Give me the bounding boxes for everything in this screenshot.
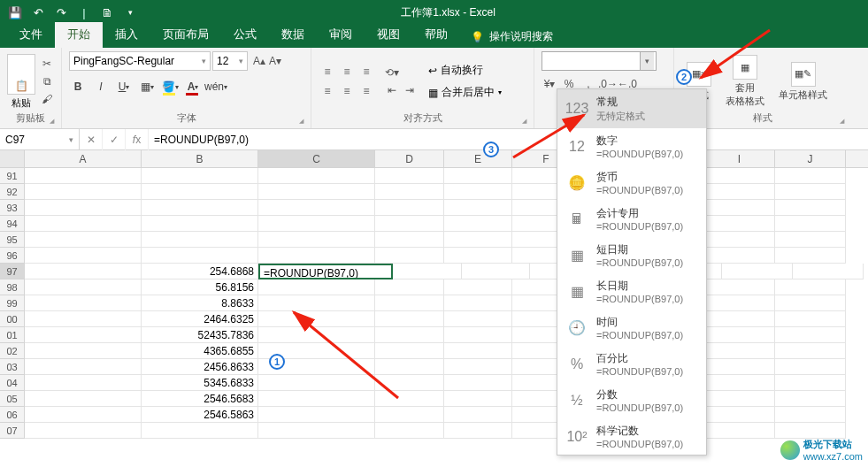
cell-E91[interactable]	[444, 168, 512, 184]
align-left-icon[interactable]: ≡	[319, 82, 336, 100]
cell-C97[interactable]: =ROUNDUP(B97,0)	[258, 264, 393, 279]
cell-I96[interactable]	[704, 248, 775, 264]
cell-I91[interactable]	[704, 168, 775, 184]
cell-I01[interactable]	[704, 327, 775, 343]
row-header[interactable]: 01	[0, 327, 25, 343]
col-header-I[interactable]: I	[704, 150, 775, 167]
tab-layout[interactable]: 页面布局	[150, 22, 221, 48]
cell-E06[interactable]	[444, 407, 512, 423]
redo-icon[interactable]: ↷	[51, 3, 71, 22]
cell-B92[interactable]	[142, 184, 258, 200]
cell-J98[interactable]	[775, 279, 846, 295]
cell-C04[interactable]	[258, 375, 375, 391]
cell-B96[interactable]	[142, 248, 258, 264]
cell-J96[interactable]	[775, 248, 846, 264]
cell-J03[interactable]	[775, 359, 846, 375]
cell-D97[interactable]	[393, 264, 462, 279]
cell-C91[interactable]	[258, 168, 375, 184]
paste-button[interactable]: 📋	[7, 54, 35, 95]
cell-D02[interactable]	[375, 343, 444, 359]
font-name-select[interactable]: PingFangSC-Regular▾	[69, 51, 211, 71]
cell-C95[interactable]	[258, 232, 375, 248]
col-header-A[interactable]: A	[25, 150, 142, 167]
col-header-D[interactable]: D	[375, 150, 444, 167]
cut-icon[interactable]: ✂	[39, 56, 55, 72]
cell-E93[interactable]	[444, 200, 512, 216]
row-header[interactable]: 95	[0, 232, 25, 248]
cancel-formula-icon[interactable]: ✕	[80, 129, 103, 150]
row-header[interactable]: 96	[0, 248, 25, 264]
row-header[interactable]: 00	[0, 311, 25, 327]
format-option-3[interactable]: 🖩会计专用=ROUNDUP(B97,0)	[557, 201, 706, 237]
tab-formulas[interactable]: 公式	[221, 22, 269, 48]
spreadsheet-grid[interactable]: ABCDEFGHIJ 91929394959697254.6868=ROUNDU…	[0, 150, 868, 467]
cell-J94[interactable]	[775, 216, 846, 232]
cell-E94[interactable]	[444, 216, 512, 232]
undo-icon[interactable]: ↶	[28, 3, 48, 22]
tab-file[interactable]: 文件	[7, 22, 55, 48]
align-right-icon[interactable]: ≡	[357, 82, 375, 100]
cell-E01[interactable]	[444, 327, 512, 343]
format-option-4[interactable]: ▦短日期=ROUNDUP(B97,0)	[557, 237, 706, 273]
cell-B95[interactable]	[142, 232, 258, 248]
cell-E95[interactable]	[444, 232, 512, 248]
cell-C06[interactable]	[258, 407, 375, 423]
row-header[interactable]: 93	[0, 200, 25, 216]
cell-I97[interactable]	[722, 264, 793, 279]
merge-center-button[interactable]: ▦合并后居中▾	[428, 85, 502, 100]
cell-E05[interactable]	[444, 391, 512, 407]
cell-B03[interactable]: 2456.8633	[142, 359, 258, 375]
cell-A93[interactable]	[25, 200, 142, 216]
cell-J06[interactable]	[775, 407, 846, 423]
cell-B01[interactable]: 52435.7836	[142, 327, 258, 343]
cell-E99[interactable]	[444, 295, 512, 311]
format-option-6[interactable]: 🕘时间=ROUNDUP(B97,0)	[557, 310, 706, 346]
cell-D99[interactable]	[375, 295, 444, 311]
fx-icon[interactable]: fx	[126, 129, 149, 150]
cell-E03[interactable]	[444, 359, 512, 375]
cell-A92[interactable]	[25, 184, 142, 200]
cell-B94[interactable]	[142, 216, 258, 232]
cell-B98[interactable]: 56.8156	[142, 279, 258, 295]
cell-I92[interactable]	[704, 184, 775, 200]
phonetic-button[interactable]: wén▾	[207, 78, 225, 96]
cell-B00[interactable]: 2464.6325	[142, 311, 258, 327]
fill-color-button[interactable]: 🪣▾	[161, 78, 179, 96]
cell-A06[interactable]	[25, 407, 142, 423]
format-option-5[interactable]: ▦长日期=ROUNDUP(B97,0)	[557, 273, 706, 310]
cell-D96[interactable]	[375, 248, 444, 264]
row-header[interactable]: 97	[0, 264, 25, 279]
row-header[interactable]: 04	[0, 375, 25, 391]
cell-C92[interactable]	[258, 184, 375, 200]
format-option-1[interactable]: 12数字=ROUNDUP(B97,0)	[557, 128, 706, 165]
cell-I99[interactable]	[704, 295, 775, 311]
font-color-button[interactable]: A▾	[184, 78, 202, 96]
cell-C07[interactable]	[258, 423, 375, 439]
format-option-7[interactable]: %百分比=ROUNDUP(B97,0)	[557, 346, 706, 382]
cell-A97[interactable]	[25, 264, 142, 279]
format-option-8[interactable]: ½分数=ROUNDUP(B97,0)	[557, 382, 706, 418]
table-format-button[interactable]: ▦套用 表格格式	[720, 53, 770, 110]
number-format-dropdown-icon[interactable]: ▾	[640, 52, 654, 70]
row-header[interactable]: 05	[0, 391, 25, 407]
align-center-icon[interactable]: ≡	[338, 82, 356, 100]
cell-J07[interactable]	[775, 423, 846, 439]
cell-B93[interactable]	[142, 200, 258, 216]
cell-A01[interactable]	[25, 327, 142, 343]
decrease-font-icon[interactable]: A▾	[267, 53, 283, 69]
cell-D05[interactable]	[375, 391, 444, 407]
cell-C93[interactable]	[258, 200, 375, 216]
format-option-2[interactable]: 🪙货币=ROUNDUP(B97,0)	[557, 165, 706, 201]
tab-insert[interactable]: 插入	[103, 22, 150, 48]
format-painter-icon[interactable]: 🖌	[39, 91, 55, 107]
cell-I00[interactable]	[704, 311, 775, 327]
row-header[interactable]: 06	[0, 407, 25, 423]
cell-I04[interactable]	[704, 375, 775, 391]
wrap-text-button[interactable]: ↩自动换行	[428, 63, 502, 78]
cell-C05[interactable]	[258, 391, 375, 407]
col-header-C[interactable]: C	[258, 150, 375, 167]
cell-B91[interactable]	[142, 168, 258, 184]
cell-I93[interactable]	[704, 200, 775, 216]
cell-D98[interactable]	[375, 279, 444, 295]
tab-view[interactable]: 视图	[365, 22, 412, 48]
